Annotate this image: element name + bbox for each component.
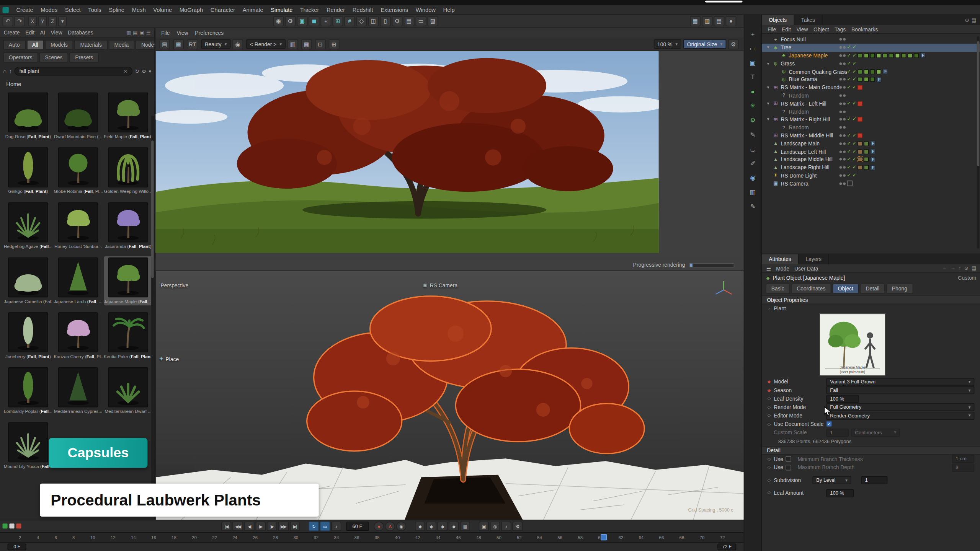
object-name[interactable]: RS Dome Light <box>781 173 817 179</box>
asset-plant-item[interactable]: Jacaranda (Fall, Plant) <box>104 201 152 251</box>
filter-tab-materials[interactable]: Materials <box>75 40 108 50</box>
visibility-dot[interactable] <box>843 126 846 129</box>
material-tag[interactable] <box>864 141 869 146</box>
refresh-icon[interactable]: ↻ <box>135 68 139 74</box>
object-row[interactable]: ▲Landscape Left Hill✓✓F <box>762 148 980 156</box>
field-tag[interactable]: F <box>877 77 882 83</box>
visibility-dot[interactable] <box>843 158 846 161</box>
menu-render[interactable]: Render <box>323 7 349 13</box>
visibility-dot[interactable] <box>843 174 846 177</box>
expand-arrow-icon[interactable]: ▾ <box>766 101 771 106</box>
next-key-button[interactable]: ▶▶ <box>278 522 289 531</box>
camera-tool-icon[interactable]: ◉ <box>747 173 758 183</box>
enabled-check-icon[interactable]: ✓ <box>847 149 851 154</box>
magic-wand-icon[interactable]: + <box>321 16 332 26</box>
visibility-dot[interactable] <box>843 134 846 137</box>
object-name[interactable]: Random <box>789 93 808 99</box>
object-row[interactable]: +Focus Null <box>762 36 980 44</box>
object-name[interactable]: Grass <box>781 60 795 67</box>
menu-character[interactable]: Character <box>207 7 239 13</box>
custom-scale-unit-dropdown[interactable]: Centimeters <box>851 429 900 437</box>
leaf-amount-field[interactable]: 100 % <box>826 489 854 497</box>
filter-tab-all[interactable]: All <box>26 40 44 50</box>
enabled-check-icon[interactable]: ✓ <box>852 101 856 106</box>
object-name[interactable]: Random <box>789 108 808 114</box>
material-tag[interactable] <box>858 77 863 82</box>
enabled-check-icon[interactable]: ✓ <box>852 133 856 138</box>
field-tag[interactable]: F <box>870 165 876 170</box>
record-parameter-icon[interactable]: ◆ <box>449 522 459 531</box>
keyframe-dot[interactable]: ◇ <box>767 422 771 427</box>
object-row[interactable]: ?Random <box>762 91 980 99</box>
settings-icon[interactable]: ⚙ <box>142 68 146 74</box>
object-name[interactable]: Random <box>789 124 808 130</box>
visibility-dot[interactable] <box>843 110 846 113</box>
quantize-icon[interactable]: # <box>345 16 355 26</box>
asset-plant-item[interactable]: Japanese Camellia (Fal... <box>4 256 52 305</box>
attr-tab-basic[interactable]: Basic <box>766 284 790 293</box>
layout-single-icon[interactable]: ▤ <box>714 16 724 26</box>
filter-tab-auto[interactable]: Auto <box>3 40 25 50</box>
zoom-fit-icon[interactable]: ⊡ <box>315 39 326 49</box>
tab-attributes[interactable]: Attributes <box>762 254 799 264</box>
renderview-menu-preferences[interactable]: Preferences <box>195 30 224 36</box>
menu-simulate[interactable]: Simulate <box>267 7 296 13</box>
sound-scrub-icon[interactable]: ♪ <box>501 522 511 531</box>
mode-menu[interactable]: Mode <box>776 265 789 271</box>
object-name[interactable]: Common Quaking Grass <box>789 68 847 75</box>
enabled-check-icon[interactable]: ✓ <box>847 61 851 66</box>
spline-pen-icon[interactable]: ✎ <box>747 129 758 139</box>
object-name[interactable]: Focus Null <box>781 36 806 42</box>
keyframe-dot[interactable]: ◇ <box>767 405 771 410</box>
object-row[interactable]: ⊞RS Matrix - Middle Hill✓✓ <box>762 132 980 140</box>
search-icon[interactable]: ⊙ <box>965 17 969 23</box>
enabled-check-icon[interactable]: ✓ <box>847 53 851 58</box>
pass-dropdown[interactable]: Beauty <box>201 39 230 49</box>
visibility-dot[interactable] <box>840 94 842 97</box>
asset-plant-item[interactable]: Honey Locust 'Sunbur... <box>54 201 102 251</box>
record-position-icon[interactable]: ◆ <box>415 522 425 531</box>
material-tag[interactable] <box>902 53 906 58</box>
enabled-check-icon[interactable]: ✓ <box>852 165 856 170</box>
annotate-icon[interactable]: ✎ <box>747 201 758 211</box>
custom-label[interactable]: Custom <box>958 275 976 281</box>
material-tag[interactable] <box>864 69 869 74</box>
visibility-dot[interactable] <box>840 118 842 121</box>
asset-menu-ai[interactable]: AI <box>40 29 45 36</box>
asset-plant-item[interactable]: Mediterranean Cypres... <box>54 366 102 416</box>
visibility-dot[interactable] <box>843 86 846 89</box>
model-dropdown[interactable]: Variant 3 Full-Grown <box>826 378 974 386</box>
objects-menu-edit[interactable]: Edit <box>782 26 791 32</box>
renderview-menu-file[interactable]: File <box>161 30 170 36</box>
material-tag[interactable] <box>895 53 900 58</box>
object-row[interactable]: ?Random <box>762 108 980 116</box>
visibility-dot[interactable] <box>843 62 846 65</box>
object-row[interactable]: ▲Landscape Right Hill✓✓F <box>762 163 980 171</box>
autokey-button[interactable]: A <box>385 522 395 531</box>
plant-preview-thumbnail[interactable]: Japanese Maple (Acer palmatum) <box>819 313 885 376</box>
filter-icon[interactable]: ▤ <box>972 17 976 23</box>
object-row[interactable]: ▣RS Camera <box>762 179 980 187</box>
object-row[interactable]: ▲Landscape Main✓✓F <box>762 140 980 148</box>
material-tag[interactable] <box>889 53 894 58</box>
asset-icon[interactable]: ▨ <box>428 16 438 26</box>
expand-arrow-icon[interactable]: ▾ <box>766 117 771 122</box>
dock-left-icon[interactable]: ▥ <box>126 30 131 36</box>
menu-create[interactable]: Create <box>13 7 37 13</box>
object-name[interactable]: Blue Grama <box>789 77 817 83</box>
asset-plant-item[interactable]: Golden Weeping Willo... <box>104 146 152 196</box>
redo-icon[interactable]: ↷ <box>15 16 25 26</box>
object-row[interactable]: ☀RS Dome Light✓✓ <box>762 171 980 179</box>
visibility-dot[interactable] <box>840 158 842 161</box>
use-document-scale-checkbox[interactable]: ✓ <box>826 421 832 427</box>
sound-button[interactable]: ♪ <box>331 522 341 531</box>
object-row[interactable]: ▾⊞RS Matrix - Main Ground✓✓ <box>762 83 980 91</box>
visibility-dot[interactable] <box>840 46 842 49</box>
tab-objects[interactable]: Objects <box>762 15 794 25</box>
visibility-dot[interactable] <box>840 110 842 113</box>
enabled-check-icon[interactable]: ✓ <box>852 45 856 50</box>
dropdown-icon[interactable]: ▾ <box>149 68 152 74</box>
visibility-dot[interactable] <box>840 70 842 73</box>
play-button[interactable]: ▶ <box>256 522 266 531</box>
object-row[interactable]: ?Random <box>762 124 980 132</box>
